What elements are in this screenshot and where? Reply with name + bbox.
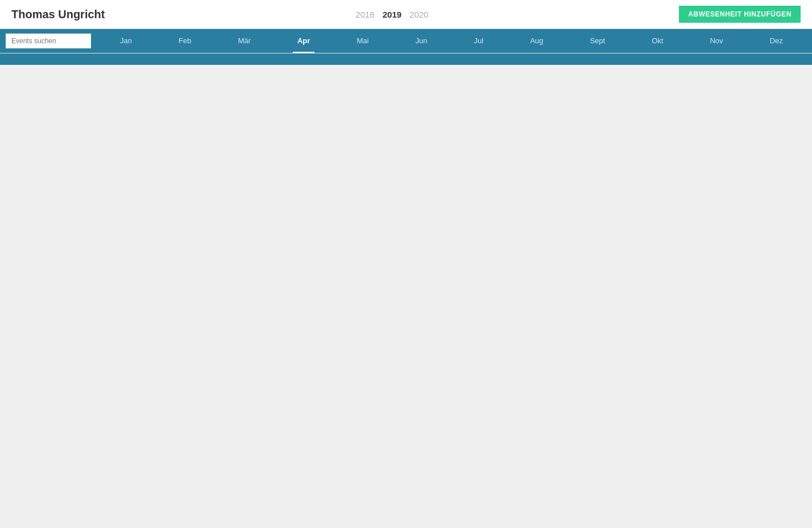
month-mär[interactable]: Mär <box>234 30 255 53</box>
month-navigation: JanFebMärAprMaiJunJulAugSeptOktNovDez <box>0 29 812 53</box>
month-dez[interactable]: Dez <box>765 30 788 53</box>
month-jun[interactable]: Jun <box>411 30 432 53</box>
search-input[interactable] <box>6 34 91 48</box>
add-absence-button[interactable]: ABWESENHEIT HINZUFÜGEN <box>679 6 801 23</box>
month-feb[interactable]: Feb <box>174 30 196 53</box>
month-aug[interactable]: Aug <box>525 30 548 53</box>
month-okt[interactable]: Okt <box>647 30 668 53</box>
page-title: Thomas Ungricht <box>11 8 105 21</box>
footer-navigation <box>0 53 812 65</box>
month-mai[interactable]: Mai <box>352 30 373 53</box>
month-jul[interactable]: Jul <box>469 30 488 53</box>
month-apr[interactable]: Apr <box>293 30 314 53</box>
year-2020[interactable]: 2020 <box>409 10 428 19</box>
month-jan[interactable]: Jan <box>115 30 136 53</box>
month-sept[interactable]: Sept <box>585 30 610 53</box>
month-nov[interactable]: Nov <box>705 30 727 53</box>
year-2019[interactable]: 2019 <box>383 10 401 19</box>
calendar-grid <box>0 53 812 53</box>
year-navigation: 2018 2019 2020 <box>355 10 428 19</box>
months-list: JanFebMärAprMaiJunJulAugSeptOktNovDez <box>97 30 806 53</box>
year-2018[interactable]: 2018 <box>355 10 374 19</box>
